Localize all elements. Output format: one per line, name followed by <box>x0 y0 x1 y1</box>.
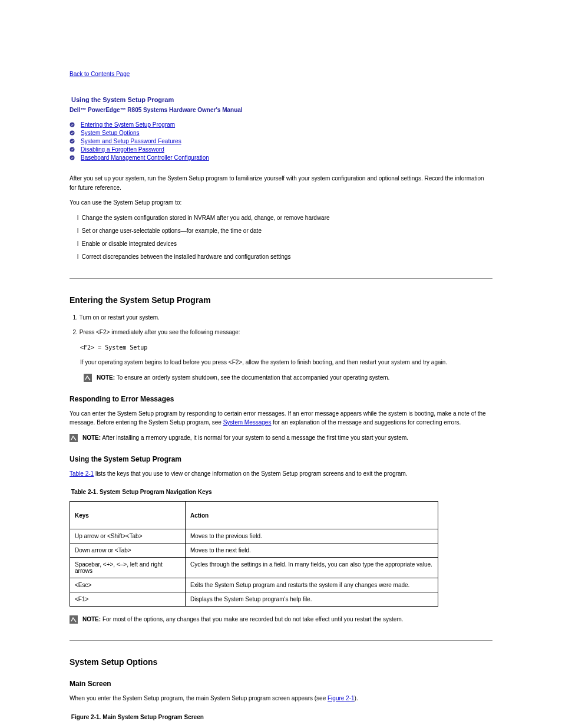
toc-item: Baseboard Management Controller Configur… <box>70 154 492 161</box>
section-setup-options: System Setup Options <box>70 657 492 667</box>
step: 2. Press <F2> immediately after you see … <box>70 328 492 337</box>
table-row: <F1>Displays the System Setup program's … <box>70 592 438 607</box>
step-followup: If your operating system begins to load … <box>70 358 492 367</box>
intro-use-item: l Correct discrepancies between the inst… <box>70 252 492 262</box>
svg-rect-6 <box>70 434 78 442</box>
intro-uses: l Change the system configuration stored… <box>70 213 492 262</box>
bullet-icon <box>70 155 75 160</box>
note-block: NOTE: For most of the options, any chang… <box>70 615 492 624</box>
subsection-main-screen: Main Screen <box>70 680 492 688</box>
svg-point-2 <box>70 139 75 144</box>
system-messages-link[interactable]: System Messages <box>223 419 272 426</box>
back-to-contents-link[interactable]: Back to Contents Page <box>70 71 130 77</box>
note-block: NOTE: To ensure an orderly system shutdo… <box>84 373 492 382</box>
toc-list: Entering the System Setup Program System… <box>70 121 492 161</box>
divider <box>70 640 492 641</box>
intro-lead: After you set up your system, run the Sy… <box>70 174 492 192</box>
note-icon <box>70 434 78 442</box>
toc-link[interactable]: System and Setup Password Features <box>81 138 181 144</box>
doc-heading: Using the System Setup Program <box>70 96 492 103</box>
bullet-icon <box>70 130 75 136</box>
subsection-nav: Using the System Setup Program <box>70 455 492 463</box>
table-2-1-link[interactable]: Table 2-1 <box>70 470 94 477</box>
intro-uses-label: You can use the System Setup program to: <box>70 198 492 207</box>
svg-point-1 <box>70 131 75 136</box>
doc-subtitle: Dell™ PowerEdge™ R805 Systems Hardware O… <box>70 107 492 113</box>
table-header: Keys <box>70 502 186 529</box>
table-row: <Esc>Exits the System Setup program and … <box>70 578 438 592</box>
svg-rect-5 <box>84 374 92 382</box>
svg-point-3 <box>70 147 75 152</box>
figure-caption: Figure 2-1. Main System Setup Program Sc… <box>70 714 492 720</box>
note-icon <box>70 615 78 624</box>
note-block: NOTE: After installing a memory upgrade,… <box>70 433 492 442</box>
intro-use-item: l Enable or disable integrated devices <box>70 239 492 249</box>
toc-link[interactable]: Disabling a Forgotten Password <box>81 146 164 153</box>
table-header: Action <box>186 502 438 529</box>
toc-item: Entering the System Setup Program <box>70 121 492 128</box>
toc-link[interactable]: Baseboard Management Controller Configur… <box>81 154 209 161</box>
nav-para: Table 2-1 lists the keys that you use to… <box>70 469 492 479</box>
svg-point-4 <box>70 156 75 160</box>
table-header-row: Keys Action <box>70 502 438 529</box>
section-entering-setup: Entering the System Setup Program <box>70 295 492 305</box>
error-para: You can enter the System Setup program b… <box>70 409 492 427</box>
divider <box>70 278 492 279</box>
svg-rect-7 <box>70 615 78 624</box>
toc-link[interactable]: System Setup Options <box>81 130 140 136</box>
intro-use-item: l Change the system configuration stored… <box>70 213 492 223</box>
nav-keys-table: Keys Action Up arrow or <Shift><Tab>Move… <box>70 501 438 607</box>
toc-item: System and Setup Password Features <box>70 138 492 144</box>
note-icon <box>84 374 92 382</box>
table-caption: Table 2-1. System Setup Program Navigati… <box>70 489 492 495</box>
subsection-error-messages: Responding to Error Messages <box>70 395 492 403</box>
toc-item: System Setup Options <box>70 130 492 136</box>
table-row: Up arrow or <Shift><Tab>Moves to the pre… <box>70 529 438 543</box>
bullet-icon <box>70 147 75 152</box>
toc-link[interactable]: Entering the System Setup Program <box>81 121 175 128</box>
bullet-icon <box>70 122 75 127</box>
intro-use-item: l Set or change user-selectable options—… <box>70 226 492 236</box>
table-row: Spacebar, <+>, <–>, left and right arrow… <box>70 558 438 578</box>
main-screen-para: When you enter the System Setup program,… <box>70 694 492 703</box>
figure-2-1-link[interactable]: Figure 2-1 <box>328 695 355 701</box>
step: 1. Turn on or restart your system. <box>70 313 492 322</box>
bullet-icon <box>70 139 75 144</box>
code-line: <F2> = System Setup <box>70 343 492 353</box>
table-row: Down arrow or <Tab>Moves to the next fie… <box>70 543 438 558</box>
svg-point-0 <box>70 123 75 127</box>
toc-item: Disabling a Forgotten Password <box>70 146 492 153</box>
